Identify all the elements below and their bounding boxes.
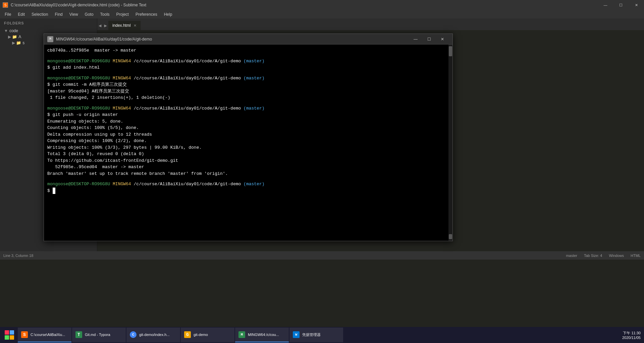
status-encoding: Windows bbox=[609, 254, 624, 258]
terminal-blank-3 bbox=[47, 101, 449, 105]
terminal-push-7: To https://github.com/itcast-frontEnd/gi… bbox=[47, 157, 449, 164]
terminal-controls: — ☐ ✕ bbox=[409, 34, 449, 45]
sidebar-item-code[interactable]: ▼ code bbox=[0, 28, 97, 34]
terminal-blank-2 bbox=[47, 71, 449, 75]
git-taskbar-icon: G bbox=[184, 331, 191, 338]
terminal-push-8: 52f985e..95ced04 master -> master bbox=[47, 164, 449, 170]
sublime-titlebar: S C:\course\AliBaiXiu\day01\code\A\git-d… bbox=[0, 0, 644, 10]
menu-help[interactable]: Help bbox=[161, 10, 176, 18]
terminal-cmd-2: $ git commit -m A程序员第三次提交 bbox=[47, 81, 449, 88]
taskbar-app-sublime-label: C:\course\AliBaiXiu... bbox=[31, 333, 65, 337]
taskbar-app-mingw[interactable]: M MINGW64:/c/cou... bbox=[235, 328, 289, 342]
tabbar: ◀ ▶ index.html ✕ bbox=[97, 18, 644, 30]
terminal-push-5: Writing objects: 100% (3/3), 297 bytes |… bbox=[47, 144, 449, 151]
menu-view[interactable]: View bbox=[66, 10, 82, 18]
arrow-icon-s: ▶ 📁 bbox=[12, 41, 21, 45]
taskbar-app-git-demo[interactable]: G git-demo bbox=[181, 328, 234, 342]
taskbar-app-chrome[interactable]: C git-demo/index.h... bbox=[126, 328, 180, 342]
statusbar-left: Line 3, Column 18 bbox=[3, 254, 33, 258]
taskbar-app-git-demo-label: git-demo bbox=[194, 333, 208, 337]
taskbar-app-credential-label: 凭据管理器 bbox=[302, 332, 321, 337]
terminal-push-2: Counting objects: 100% (5/5), done. bbox=[47, 125, 449, 131]
arrow-icon: ▼ bbox=[4, 28, 8, 33]
terminal-blank-4 bbox=[47, 177, 449, 181]
taskbar-right: 下午 11:30 2020/11/05 bbox=[619, 327, 644, 343]
sidebar-label-a: A bbox=[18, 35, 21, 39]
menu-goto[interactable]: Goto bbox=[82, 10, 97, 18]
terminal-prompt-2: mongoose@DESKTOP-RO96G8U MINGW64 /c/cour… bbox=[47, 75, 449, 82]
taskbar-app-mingw-label: MINGW64:/c/cou... bbox=[248, 333, 279, 337]
menu-file[interactable]: File bbox=[1, 10, 14, 18]
mingw-taskbar-icon: M bbox=[238, 331, 245, 338]
start-button[interactable] bbox=[1, 327, 17, 343]
windows-logo-icon bbox=[5, 330, 14, 340]
maximize-button[interactable]: ☐ bbox=[613, 0, 629, 10]
statusbar-right: master Tab Size: 4 Windows HTML bbox=[566, 254, 641, 258]
menubar: File Edit Selection Find View Goto Tools… bbox=[0, 10, 644, 18]
tab-index-html[interactable]: index.html ✕ bbox=[108, 21, 141, 30]
statusbar: Line 3, Column 18 master Tab Size: 4 Win… bbox=[0, 251, 644, 260]
window-controls: — ☐ ✕ bbox=[598, 0, 644, 10]
terminal-scrollbar-thumb-bottom bbox=[449, 234, 452, 239]
typora-taskbar-icon: T bbox=[75, 331, 82, 338]
terminal-prompt-3: mongoose@DESKTOP-RO96G8U MINGW64 /c/cour… bbox=[47, 105, 449, 112]
terminal-prompt-1: mongoose@DESKTOP-RO96G8U MINGW64 /c/cour… bbox=[47, 58, 449, 65]
menu-preferences[interactable]: Preferences bbox=[132, 10, 161, 18]
terminal-line-1: cb8740a..52f985e master -> master bbox=[47, 47, 449, 54]
status-branch: master bbox=[566, 254, 577, 258]
status-language: HTML bbox=[631, 254, 641, 258]
taskbar-app-chrome-label: git-demo/index.h... bbox=[139, 333, 170, 337]
terminal-push-1: Enumerating objects: 5, done. bbox=[47, 118, 449, 125]
menu-project[interactable]: Project bbox=[113, 10, 132, 18]
clock-time: 下午 11:30 bbox=[622, 331, 641, 336]
taskbar-app-typora-label: Git.md - Typora bbox=[85, 333, 110, 337]
terminal-scrollbar[interactable] bbox=[448, 45, 452, 241]
close-button[interactable]: ✕ bbox=[629, 0, 644, 10]
terminal-cmd-1: $ git add index.html bbox=[47, 64, 449, 71]
terminal-title-text: MINGW64:/c/course/AliBaiXiu/day01/code/A… bbox=[56, 37, 152, 42]
tab-label: index.html bbox=[112, 23, 131, 28]
status-tab-size: Tab Size: 4 bbox=[584, 254, 602, 258]
taskbar: S C:\course\AliBaiXiu... T Git.md - Typo… bbox=[0, 327, 644, 343]
terminal-close[interactable]: ✕ bbox=[436, 34, 449, 45]
terminal-prompt-4: mongoose@DESKTOP-RO96G8U MINGW64 /c/cour… bbox=[47, 181, 449, 188]
sublime-icon: S bbox=[3, 2, 8, 8]
terminal-push-4: Compressing objects: 100% (2/2), done. bbox=[47, 138, 449, 144]
terminal-body[interactable]: cb8740a..52f985e master -> master mongoo… bbox=[44, 45, 452, 241]
menu-edit[interactable]: Edit bbox=[14, 10, 28, 18]
terminal-scrollbar-thumb-top bbox=[449, 46, 452, 56]
tab-nav-next[interactable]: ▶ bbox=[103, 21, 108, 30]
status-position: Line 3, Column 18 bbox=[3, 254, 33, 258]
sublime-taskbar-icon: S bbox=[21, 331, 28, 338]
terminal-titlebar: M MINGW64:/c/course/AliBaiXiu/day01/code… bbox=[44, 34, 452, 45]
arrow-icon-a: ▶ 📁 bbox=[8, 35, 17, 39]
terminal-cursor-line: $ bbox=[47, 188, 449, 194]
terminal-window: M MINGW64:/c/course/AliBaiXiu/day01/code… bbox=[44, 33, 453, 241]
taskbar-app-typora[interactable]: T Git.md - Typora bbox=[72, 328, 126, 342]
menu-selection[interactable]: Selection bbox=[28, 10, 51, 18]
taskbar-app-credential[interactable]: W 凭据管理器 bbox=[289, 328, 343, 342]
terminal-blank-1 bbox=[47, 54, 449, 58]
terminal-title-left: M MINGW64:/c/course/AliBaiXiu/day01/code… bbox=[47, 36, 152, 42]
clock-date: 2020/11/05 bbox=[622, 336, 641, 340]
tab-nav-prev[interactable]: ◀ bbox=[97, 21, 103, 30]
menu-tools[interactable]: Tools bbox=[97, 10, 113, 18]
terminal-icon: M bbox=[47, 36, 53, 42]
credential-taskbar-icon: W bbox=[293, 331, 300, 338]
sidebar-label-code: code bbox=[9, 28, 18, 33]
taskbar-clock: 下午 11:30 2020/11/05 bbox=[622, 331, 641, 340]
window-title: C:\course\AliBaiXiu\day01\code\A\git-dem… bbox=[11, 3, 146, 7]
tab-close-button[interactable]: ✕ bbox=[133, 23, 137, 28]
menu-find[interactable]: Find bbox=[51, 10, 66, 18]
chrome-taskbar-icon: C bbox=[130, 331, 137, 338]
minimize-button[interactable]: — bbox=[598, 0, 613, 10]
terminal-push-3: Delta compression using up to 12 threads bbox=[47, 131, 449, 138]
terminal-maximize[interactable]: ☐ bbox=[422, 34, 436, 45]
terminal-push-9: Branch 'master' set up to track remote b… bbox=[47, 170, 449, 177]
sidebar-label-s: s bbox=[22, 41, 24, 45]
terminal-cmd-3: $ git push -u origin master bbox=[47, 112, 449, 118]
taskbar-app-sublime[interactable]: S C:\course\AliBaiXiu... bbox=[18, 328, 71, 342]
terminal-minimize[interactable]: — bbox=[409, 34, 422, 45]
sidebar-header: FOLDERS bbox=[0, 18, 97, 28]
terminal-push-6: Total 3 (delta 0), reused 0 (delta 0) bbox=[47, 151, 449, 157]
